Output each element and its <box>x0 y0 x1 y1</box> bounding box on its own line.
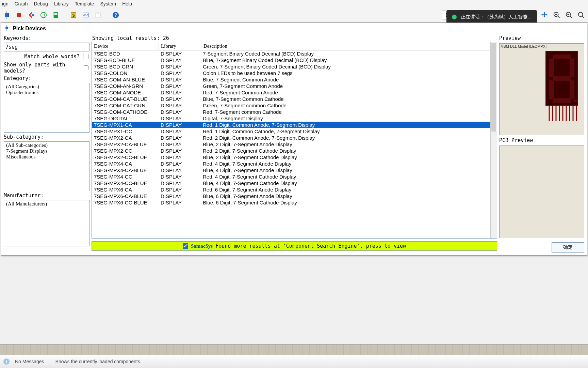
globe-wrench-icon[interactable] <box>38 10 49 20</box>
menu-graph[interactable]: Graph <box>15 1 28 6</box>
help-icon[interactable]: ? <box>110 10 121 20</box>
menu-bar[interactable]: ignGraphDebugLibraryTemplateSystemHelp <box>0 0 588 7</box>
menu-system[interactable]: System <box>100 1 116 6</box>
zoom-in-icon[interactable] <box>551 10 562 20</box>
svg-text:?: ? <box>114 13 117 18</box>
svg-line-30 <box>570 16 572 18</box>
pan-icon[interactable] <box>539 10 550 20</box>
svg-rect-6 <box>32 14 34 16</box>
svg-rect-5 <box>17 13 21 17</box>
speech-text: 正在讲话：（苏为斌）人工智能... <box>461 14 532 20</box>
menu-ign[interactable]: ign <box>2 1 9 6</box>
money-icon[interactable]: $ <box>68 10 79 20</box>
menu-template[interactable]: Template <box>75 1 94 6</box>
mic-icon <box>452 15 457 19</box>
svg-line-26 <box>558 16 560 18</box>
pick-devices-dialog: Pick Devices Keywords: Match whole words… <box>1 22 587 23</box>
speech-overlay: 正在讲话：（苏为斌）人工智能... <box>446 10 537 23</box>
binary-icon[interactable]: 010 <box>80 10 91 20</box>
svg-rect-9 <box>54 13 57 14</box>
menu-debug[interactable]: Debug <box>34 1 48 6</box>
note-icon[interactable] <box>93 10 103 20</box>
svg-point-32 <box>578 12 583 17</box>
zoom-fit-icon[interactable] <box>576 10 587 20</box>
svg-rect-0 <box>5 13 9 17</box>
zoom-out-icon[interactable] <box>564 10 574 20</box>
chip-red-icon[interactable] <box>14 10 24 20</box>
menu-help[interactable]: Help <box>122 1 132 6</box>
svg-text:$: $ <box>72 13 75 18</box>
svg-text:010: 010 <box>83 14 88 17</box>
svg-line-33 <box>582 16 584 18</box>
menu-library[interactable]: Library <box>54 1 69 6</box>
back-to-chip-icon[interactable] <box>26 10 37 20</box>
svg-rect-10 <box>54 14 57 15</box>
sheet-green-icon[interactable] <box>50 10 61 20</box>
chip-blue-icon[interactable] <box>1 10 12 20</box>
